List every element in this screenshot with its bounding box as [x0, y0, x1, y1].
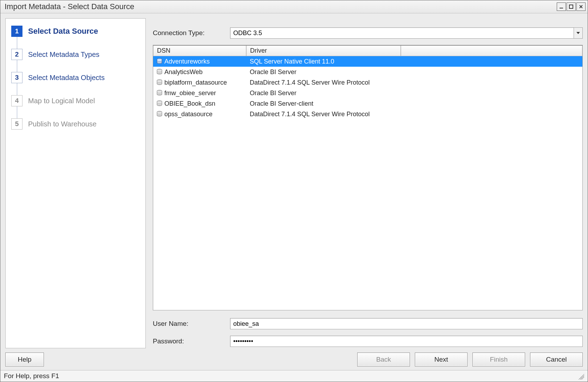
- resize-grip-icon[interactable]: [577, 373, 584, 380]
- database-icon: [157, 58, 162, 65]
- driver-cell: Oracle BI Server-client: [246, 100, 401, 107]
- driver-cell: Oracle BI Server: [246, 68, 401, 76]
- dsn-list-header: DSN Driver: [153, 46, 582, 56]
- wizard-step-4: 4Map to Logical Model: [11, 95, 140, 106]
- wizard-step-3[interactable]: 3Select Metadata Objects: [11, 72, 140, 83]
- password-row: Password:: [153, 336, 583, 347]
- dsn-name: fmw_obiee_server: [164, 90, 216, 97]
- list-row[interactable]: opss_datasourceDataDirect 7.1.4 SQL Serv…: [153, 109, 582, 119]
- step-number: 3: [11, 72, 22, 83]
- dialog-body: 1Select Data Source2Select Metadata Type…: [0, 13, 588, 351]
- step-label: Map to Logical Model: [28, 97, 95, 105]
- dsn-list-body[interactable]: AdventureworksSQL Server Native Client 1…: [153, 56, 582, 310]
- step-number: 2: [11, 49, 22, 60]
- button-bar: Help Back Next Finish Cancel: [0, 351, 588, 370]
- step-label: Select Data Source: [28, 27, 98, 36]
- close-button[interactable]: [576, 2, 586, 11]
- wizard-step-5: 5Publish to Warehouse: [11, 118, 140, 130]
- wizard-step-1[interactable]: 1Select Data Source: [11, 26, 140, 37]
- list-row[interactable]: AnalyticsWebOracle BI Server: [153, 67, 582, 77]
- status-text: For Help, press F1: [4, 372, 59, 380]
- database-icon: [157, 111, 162, 117]
- database-icon: [157, 100, 162, 107]
- dropdown-button[interactable]: [574, 27, 583, 39]
- list-row[interactable]: fmw_obiee_serverOracle BI Server: [153, 88, 582, 98]
- dsn-name: biplatform_datasource: [164, 79, 227, 86]
- dsn-cell: opss_datasource: [153, 111, 246, 118]
- database-icon: [157, 69, 162, 75]
- driver-cell: DataDirect 7.1.4 SQL Server Wire Protoco…: [246, 79, 401, 86]
- status-bar: For Help, press F1: [0, 370, 588, 382]
- list-row[interactable]: biplatform_datasourceDataDirect 7.1.4 SQ…: [153, 77, 582, 88]
- driver-cell: DataDirect 7.1.4 SQL Server Wire Protoco…: [246, 111, 401, 118]
- step-number: 4: [11, 95, 22, 106]
- dsn-name: OBIEE_Book_dsn: [164, 100, 215, 107]
- list-row[interactable]: AdventureworksSQL Server Native Client 1…: [153, 56, 582, 67]
- help-button[interactable]: Help: [5, 353, 44, 367]
- dsn-cell: fmw_obiee_server: [153, 90, 246, 97]
- col-header-dsn[interactable]: DSN: [153, 46, 246, 56]
- dsn-name: AnalyticsWeb: [164, 68, 203, 76]
- next-button[interactable]: Next: [415, 353, 468, 367]
- finish-button[interactable]: Finish: [472, 353, 525, 367]
- connection-type-row: Connection Type:: [153, 27, 583, 39]
- step-number: 5: [11, 118, 22, 130]
- step-label: Select Metadata Objects: [28, 74, 105, 82]
- connection-type-input[interactable]: [230, 27, 574, 39]
- wizard-sidebar: 1Select Data Source2Select Metadata Type…: [5, 18, 146, 348]
- dsn-cell: Adventureworks: [153, 58, 246, 65]
- minimize-button[interactable]: [557, 2, 566, 11]
- back-button[interactable]: Back: [357, 353, 410, 367]
- step-number: 1: [11, 26, 22, 37]
- svg-rect-0: [560, 8, 563, 8]
- window-title: Import Metadata - Select Data Source: [5, 2, 557, 11]
- col-header-driver[interactable]: Driver: [246, 46, 401, 56]
- title-bar: Import Metadata - Select Data Source: [0, 0, 588, 13]
- wizard-step-2[interactable]: 2Select Metadata Types: [11, 49, 140, 60]
- svg-rect-1: [569, 5, 573, 8]
- dsn-list[interactable]: DSN Driver AdventureworksSQL Server Nati…: [153, 45, 583, 310]
- password-label: Password:: [153, 337, 230, 345]
- connection-type-combo[interactable]: [230, 27, 583, 39]
- dsn-name: opss_datasource: [164, 111, 213, 118]
- step-label: Select Metadata Types: [28, 51, 99, 59]
- dsn-cell: OBIEE_Book_dsn: [153, 100, 246, 107]
- cancel-button[interactable]: Cancel: [530, 353, 583, 367]
- col-header-rest: [401, 46, 582, 56]
- step-label: Publish to Warehouse: [28, 120, 97, 128]
- main-panel: Connection Type: DSN Driver Adventurewor…: [153, 18, 583, 348]
- connection-type-label: Connection Type:: [153, 29, 230, 37]
- username-label: User Name:: [153, 320, 230, 328]
- database-icon: [157, 79, 162, 86]
- database-icon: [157, 90, 162, 96]
- dsn-name: Adventureworks: [164, 58, 210, 65]
- list-row[interactable]: OBIEE_Book_dsnOracle BI Server-client: [153, 98, 582, 109]
- window-controls: [557, 2, 586, 11]
- driver-cell: SQL Server Native Client 11.0: [246, 58, 401, 65]
- username-input[interactable]: [230, 318, 583, 329]
- dialog-window: Import Metadata - Select Data Source 1Se…: [0, 0, 588, 382]
- dsn-cell: AnalyticsWeb: [153, 68, 246, 76]
- password-input[interactable]: [230, 336, 583, 347]
- maximize-button[interactable]: [567, 2, 576, 11]
- driver-cell: Oracle BI Server: [246, 90, 401, 97]
- dsn-cell: biplatform_datasource: [153, 79, 246, 86]
- username-row: User Name:: [153, 318, 583, 329]
